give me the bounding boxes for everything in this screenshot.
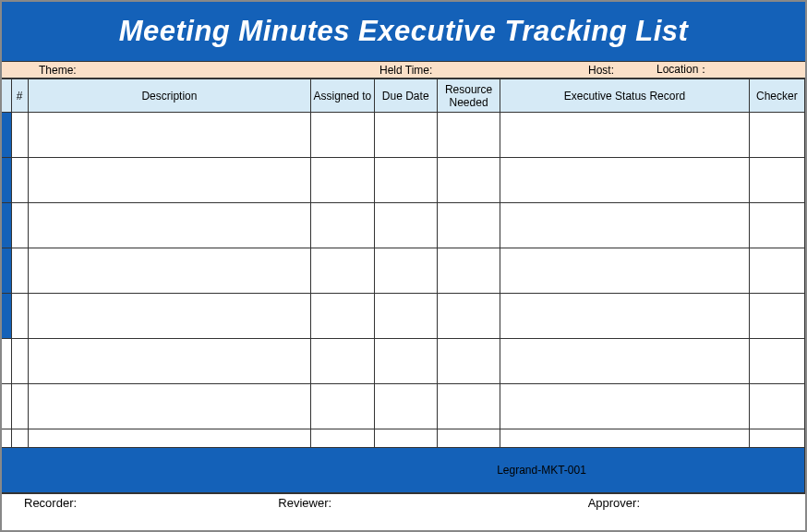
table-row [2,294,805,339]
tracking-table: # Description Assigned to Due Date Resou… [2,79,805,493]
col-due: Due Date [374,79,437,113]
recorder-label: Recorder: [2,496,241,510]
location-label: Location： [653,62,805,78]
theme-label: Theme: [2,64,376,77]
col-status: Executive Status Record [500,79,749,113]
table-row [2,384,805,429]
approver-label: Approver: [496,496,805,510]
col-assigned: Assigned to [311,79,374,113]
doc-id: Legrand-MKT-001 [2,448,805,493]
table-row [2,158,805,203]
reviewer-label: Reviewer: [241,496,495,510]
table-row [2,203,805,248]
host-label: Host: [542,64,653,77]
signature-row: Recorder: Reviewer: Approver: [2,493,805,512]
table-row [2,113,805,158]
col-hash: # [11,79,28,113]
col-description: Description [28,79,311,113]
tracking-table-wrap: # Description Assigned to Due Date Resou… [2,79,805,493]
header-blue-sliver [2,79,11,113]
doc-id-row: Legrand-MKT-001 [2,448,805,493]
table-row [2,429,805,448]
held-time-label: Held Time: [376,64,542,77]
header-row: # Description Assigned to Due Date Resou… [2,79,805,113]
meeting-minutes-sheet: Meeting Minutes Executive Tracking List … [0,0,807,532]
table-row [2,248,805,294]
meta-row: Theme: Held Time: Host: Location： [2,62,805,79]
table-row [2,339,805,384]
col-checker: Checker [749,79,804,113]
col-resource: Resource Needed [437,79,500,113]
page-title: Meeting Minutes Executive Tracking List [2,2,805,62]
